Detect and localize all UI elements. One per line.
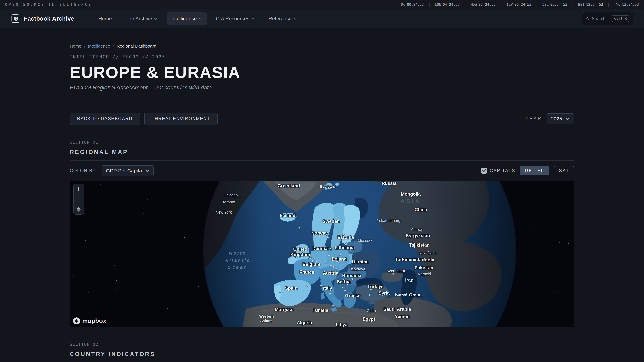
zoom-out-button[interactable]: − <box>74 194 84 204</box>
mapbox-icon <box>73 317 80 325</box>
divider <box>70 103 574 103</box>
sat-button[interactable]: SAT <box>554 166 574 175</box>
map-label-serbia: Serbia <box>337 279 351 284</box>
search-placeholder: Search... <box>592 16 609 21</box>
section1-title: REGIONAL MAP <box>70 149 574 155</box>
clock-separator: | <box>536 2 538 6</box>
map-label-western-sahara: Western Sahara <box>259 314 274 323</box>
map-label-moscow: Moscow <box>358 238 372 243</box>
map-label-greece: Greece <box>345 293 360 298</box>
map-label-iceland: Iceland <box>280 213 296 218</box>
map-label-france: France <box>299 270 314 275</box>
zoom-in-button[interactable]: + <box>74 184 84 194</box>
nav-item-label: Intelligence <box>171 16 197 21</box>
relief-button[interactable]: RELIEF <box>520 166 549 175</box>
map-label-new-delhi: New Delhi <box>418 251 436 255</box>
map-label-denmark: Denmark <box>312 246 332 251</box>
chevron-down-icon <box>251 17 255 20</box>
page-kicker: INTELLIGENCE // EUCOM // 2025 <box>70 54 574 59</box>
clock-tlv: TLV06:24:53 <box>506 2 532 6</box>
nav-item-reference[interactable]: Reference <box>264 12 302 25</box>
section1-kicker: SECTION 01 <box>70 140 574 145</box>
nav-items: HomeThe ArchiveIntelligenceCIA Resources… <box>94 12 302 25</box>
mapbox-wordmark: mapbox <box>82 318 106 325</box>
topbar: OPEN SOURCE INTELLIGENCE DC00:24:53|LON0… <box>0 0 644 9</box>
breadcrumb-separator: / <box>113 43 114 49</box>
search-icon <box>586 16 589 21</box>
regional-map[interactable]: GreenlandSvalbardRussiaChicagoTorontoNew… <box>70 181 574 327</box>
clock-mow: MOW07:24:53 <box>470 2 496 6</box>
nav-item-the-archive[interactable]: The Archive <box>121 12 162 25</box>
clock-separator: | <box>608 2 610 6</box>
map-label-india: India <box>424 257 434 263</box>
chevron-down-icon <box>198 17 202 20</box>
clock-del: DEL09:54:53 <box>542 2 567 6</box>
map-label-libya: Libya <box>336 322 348 327</box>
map-label-tunisia: Tunisia <box>313 308 328 313</box>
map-label-moldova: Moldova <box>350 267 365 272</box>
year-select[interactable]: 2025 <box>546 113 574 124</box>
section2-title: COUNTRY INDICATORS <box>70 351 574 357</box>
nav-item-label: Home <box>98 16 112 21</box>
clock-lon: LON04:24:53 <box>435 2 460 6</box>
capitals-checkbox[interactable] <box>481 168 487 174</box>
map-label-spain: Spain <box>285 286 298 291</box>
pitch-toggle-button[interactable] <box>74 204 84 214</box>
map-label-türkiye: Türkiye <box>368 284 384 289</box>
chevron-down-icon <box>145 169 149 172</box>
back-to-dashboard-button[interactable]: BACK TO DASHBOARD <box>70 113 140 125</box>
nav-item-intelligence[interactable]: Intelligence <box>166 12 207 25</box>
map-label-europe: EUROPE <box>318 262 362 270</box>
map-label-new-york: New York <box>216 210 232 215</box>
map-label-romania: Romania <box>342 273 361 278</box>
world-clocks: DC00:24:53|LON04:24:53|MOW07:24:53|TLV06… <box>401 2 639 6</box>
breadcrumb-home[interactable]: Home <box>70 43 81 49</box>
map-label-azerbaijan: Azerbaijan <box>386 269 405 273</box>
brand-name: Factbook Archive <box>24 15 74 22</box>
map-label-kuwait: Kuwait <box>395 292 407 297</box>
map-label-ukraine: Ukraine <box>352 259 368 265</box>
actions-row: BACK TO DASHBOARD THREAT ENVIRONMENT YEA… <box>70 113 574 125</box>
section2-kicker: SECTION 02 <box>70 342 574 347</box>
color-by-label: COLOR BY: <box>70 168 97 173</box>
map-label-syria: Syria <box>378 291 390 296</box>
map-label-lithuania: Lithuania <box>334 245 355 250</box>
clock-separator: | <box>428 2 430 6</box>
map-zoom-control: + − <box>74 184 84 215</box>
threat-environment-button[interactable]: THREAT ENVIRONMENT <box>144 113 218 125</box>
color-by-select[interactable]: GDP Per Capita <box>102 165 154 176</box>
mapbox-attribution[interactable]: mapbox <box>73 317 106 325</box>
year-value: 2025 <box>551 116 562 122</box>
map-label-oman: Oman <box>409 292 422 298</box>
nav-item-home[interactable]: Home <box>94 12 116 25</box>
divider <box>70 160 574 161</box>
brand-home-link[interactable]: Factbook Archive <box>11 14 74 23</box>
map-label-iran: Iran <box>405 277 414 283</box>
map-label-turkmenistan: Turkmenistan <box>395 257 424 262</box>
map-label-asia: ASIA <box>400 198 421 204</box>
classification-banner: OPEN SOURCE INTELLIGENCE <box>5 2 92 6</box>
chevron-down-icon <box>154 17 158 20</box>
nav-item-label: The Archive <box>126 16 152 21</box>
search-shortcut-badge: Ctrl K <box>612 15 629 22</box>
map-label-mongolia: Mongolia <box>401 191 420 197</box>
year-label: YEAR <box>526 116 542 121</box>
map-label-karachi: Karachi <box>418 272 431 277</box>
map-label-italy: Italy <box>323 286 332 291</box>
main-content: Home/Intelligence/Regional Dashboard INT… <box>0 43 644 362</box>
page-subtitle: EUCOM Regional Assessment — 52 countries… <box>70 84 574 91</box>
map-label-tajikistan: Tajikistan <box>409 242 430 248</box>
map-label-egypt: Egypt <box>362 317 375 322</box>
nav-item-cia-resources[interactable]: CIA Resources <box>211 12 260 25</box>
search-input[interactable]: Search... Ctrl K <box>582 12 633 25</box>
capitals-toggle[interactable]: CAPITALS <box>481 168 515 174</box>
map-label-united-kingdom: United Kingdom <box>290 246 310 257</box>
map-label-cairo: Cairo <box>367 309 376 313</box>
map-label-sweden: Sweden <box>322 219 340 224</box>
pitch-down-icon <box>77 210 81 212</box>
breadcrumb-intelligence[interactable]: Intelligence <box>88 43 110 49</box>
map-label-morocco: Morocco <box>275 307 294 312</box>
map-label-china: China <box>414 207 427 212</box>
clock-tyo: TYO13:24:53 <box>614 2 639 6</box>
chevron-down-icon <box>566 117 570 120</box>
